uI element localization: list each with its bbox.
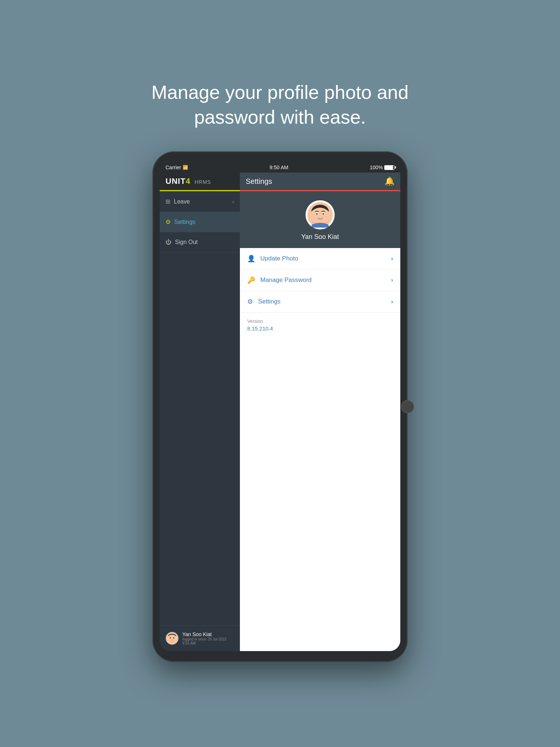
tablet-frame: Carrier 📶 9:50 AM 100% UNIT4 HRMS Settin… (152, 151, 408, 662)
battery-percent-text: 100% (370, 165, 383, 170)
sidebar-nav: ⊞ Leave › ⚙ Settings ⏻ (160, 191, 240, 625)
header-logo: UNIT4 HRMS (160, 173, 240, 191)
menu-item-update-photo-left: 👤 Update Photo (247, 255, 298, 263)
menu-item-manage-password-left: 🔑 Manage Password (247, 276, 312, 284)
battery-bar (384, 165, 394, 170)
settings-chevron: › (391, 298, 393, 305)
sidebar: ⊞ Leave › ⚙ Settings ⏻ (160, 191, 240, 651)
home-button[interactable] (401, 400, 414, 413)
settings-label: Settings (258, 298, 280, 305)
svg-point-12 (324, 216, 328, 218)
menu-item-update-photo[interactable]: 👤 Update Photo › (240, 248, 400, 270)
update-photo-label: Update Photo (260, 255, 298, 262)
version-section: Version 8.15.210.4 (240, 313, 400, 337)
svg-point-9 (316, 213, 318, 214)
wifi-icon: 📶 (183, 165, 188, 170)
status-bar: Carrier 📶 9:50 AM 100% (160, 162, 400, 173)
sidebar-logged-since: logged in since 29 Jul 2015 9:50 AM (182, 637, 234, 645)
sidebar-username: Yan Soo Kiat (182, 631, 234, 637)
svg-point-10 (323, 213, 324, 214)
tablet-screen: Carrier 📶 9:50 AM 100% UNIT4 HRMS Settin… (160, 162, 400, 651)
version-number: 8.15.210.4 (247, 325, 393, 332)
menu-item-manage-password[interactable]: 🔑 Manage Password › (240, 270, 400, 291)
sidebar-user-info: Yan Soo Kiat logged in since 29 Jul 2015… (182, 631, 234, 645)
leave-chevron-icon: › (232, 199, 234, 205)
profile-avatar-face (307, 202, 333, 228)
sidebar-avatar-face (166, 632, 178, 645)
page-tagline: Manage your profile photo and password w… (116, 80, 444, 129)
menu-list: 👤 Update Photo › 🔑 Manage Password › (240, 248, 400, 651)
profile-header: Yan Soo Kiat (240, 191, 400, 248)
update-photo-chevron: › (391, 255, 393, 262)
carrier-text: Carrier (166, 165, 181, 170)
logo-four: 4 (186, 177, 190, 186)
sidebar-signout-label: Sign Out (175, 239, 198, 245)
header-title-area: Settings 🔔 (240, 173, 400, 191)
sidebar-item-settings-left: ⚙ Settings (166, 218, 195, 225)
time-display: 9:50 AM (269, 165, 288, 170)
main-content: ⊞ Leave › ⚙ Settings ⏻ (160, 191, 400, 651)
sidebar-item-leave-left: ⊞ Leave (166, 198, 190, 205)
battery-fill (385, 166, 393, 170)
svg-point-5 (309, 212, 312, 216)
sidebar-avatar (166, 632, 179, 645)
sidebar-item-leave[interactable]: ⊞ Leave › (160, 191, 240, 212)
menu-item-settings-left: ⚙ Settings (247, 298, 280, 306)
battery-area: 100% (370, 165, 394, 170)
person-circle-icon: 👤 (247, 255, 255, 263)
gear-icon: ⚙ (166, 218, 171, 225)
logo-hrms: HRMS (195, 179, 211, 185)
svg-point-3 (173, 637, 174, 638)
svg-point-6 (328, 212, 331, 216)
logo-text: UNIT4 HRMS (166, 177, 211, 186)
power-icon: ⏻ (166, 239, 171, 245)
sidebar-item-signout-left: ⏻ Sign Out (166, 239, 198, 245)
right-panel: Yan Soo Kiat 👤 Update Photo › 🔑 (240, 191, 400, 651)
app-header: UNIT4 HRMS Settings 🔔 (160, 173, 400, 191)
svg-point-11 (312, 216, 316, 218)
grid-icon: ⊞ (166, 198, 170, 205)
bell-icon[interactable]: 🔔 (385, 177, 394, 186)
sidebar-footer: Yan Soo Kiat logged in since 29 Jul 2015… (160, 625, 240, 651)
carrier-area: Carrier 📶 (166, 165, 188, 170)
sidebar-settings-label: Settings (174, 219, 195, 225)
menu-item-settings[interactable]: ⚙ Settings › (240, 291, 400, 313)
svg-point-2 (170, 637, 171, 638)
settings-gear-icon: ⚙ (247, 298, 253, 306)
sidebar-leave-label: Leave (174, 198, 190, 205)
sidebar-item-settings[interactable]: ⚙ Settings (160, 212, 240, 232)
logo-unit: UNIT (166, 177, 186, 186)
profile-avatar (306, 200, 335, 229)
sidebar-item-signout[interactable]: ⏻ Sign Out (160, 232, 240, 252)
header-title: Settings (246, 177, 272, 186)
profile-name: Yan Soo Kiat (301, 233, 339, 241)
key-icon: 🔑 (247, 276, 255, 284)
manage-password-chevron: › (391, 277, 393, 283)
manage-password-label: Manage Password (260, 276, 312, 284)
version-label: Version (247, 318, 393, 324)
